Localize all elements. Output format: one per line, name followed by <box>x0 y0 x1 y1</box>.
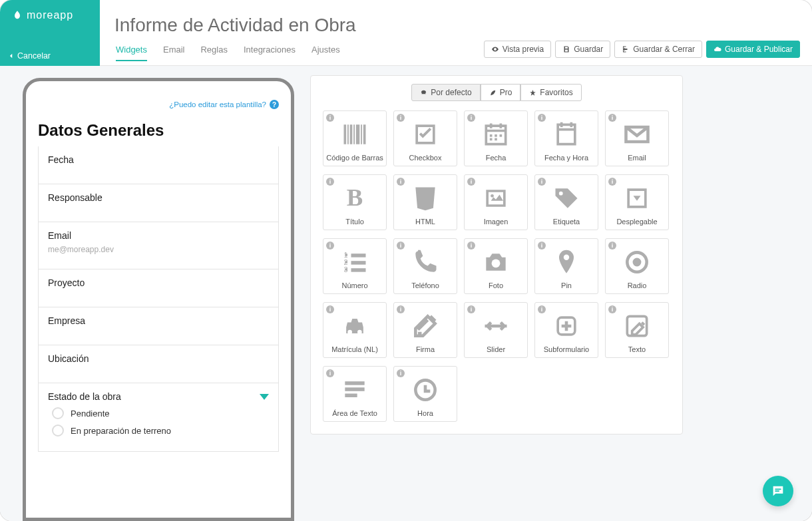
info-icon[interactable]: i <box>538 242 546 250</box>
svg-point-17 <box>633 258 642 267</box>
dropdown-icon <box>622 179 652 218</box>
field-email[interactable]: Emailme@moreapp.dev <box>38 222 279 269</box>
info-icon[interactable]: i <box>538 305 546 313</box>
tab-email[interactable]: Email <box>163 45 185 61</box>
email-icon <box>622 115 652 154</box>
widget-date[interactable]: iFecha <box>464 110 528 166</box>
info-icon[interactable]: i <box>397 242 405 250</box>
info-icon[interactable]: i <box>326 369 334 377</box>
widget-html[interactable]: iHTML <box>393 174 457 230</box>
widget-label: HTML <box>415 218 435 226</box>
tab-rules[interactable]: Reglas <box>200 45 227 61</box>
svg-point-7 <box>559 192 563 196</box>
info-icon[interactable]: i <box>326 305 334 313</box>
checkbox-icon <box>411 115 440 154</box>
widget-number[interactable]: i123Número <box>323 238 387 294</box>
svg-rect-13 <box>351 268 366 272</box>
widget-label: Pin <box>561 281 572 289</box>
cancel-button[interactable]: Cancelar <box>8 51 51 61</box>
signature-icon <box>411 307 440 345</box>
widget-tab-favorites[interactable]: Favoritos <box>520 84 581 101</box>
info-icon[interactable]: i <box>397 114 405 122</box>
info-icon[interactable]: i <box>467 305 475 313</box>
time-icon <box>411 371 440 409</box>
widget-label: Teléfono <box>411 281 439 289</box>
widget-barcode[interactable]: iCódigo de Barras <box>323 110 387 166</box>
info-icon[interactable]: i <box>608 114 616 122</box>
save-close-button[interactable]: Guardar & Cerrar <box>614 41 702 58</box>
info-icon[interactable]: i <box>608 178 616 186</box>
info-icon[interactable]: i <box>326 114 334 122</box>
widget-label[interactable]: iEtiqueta <box>534 174 598 230</box>
widget-dropdown[interactable]: iDesplegable <box>605 174 669 230</box>
section-title: Datos Generales <box>38 121 279 140</box>
info-icon[interactable]: i <box>467 242 475 250</box>
field-fecha[interactable]: Fecha <box>38 146 279 184</box>
info-icon[interactable]: i <box>397 178 405 186</box>
widget-textarea[interactable]: iÁrea de Texto <box>323 366 387 422</box>
preview-button[interactable]: Vista previa <box>484 41 551 58</box>
subform-icon <box>552 307 581 345</box>
field-empresa[interactable]: Empresa <box>38 307 279 345</box>
widget-photo[interactable]: iFoto <box>464 238 528 294</box>
save-publish-button[interactable]: Guardar & Publicar <box>706 41 800 58</box>
widget-text[interactable]: iTexto <box>605 302 669 358</box>
barcode-icon <box>340 115 369 154</box>
info-icon[interactable]: i <box>608 242 616 250</box>
widget-tab-pro[interactable]: Pro <box>481 84 521 101</box>
brand-logo: moreapp <box>0 0 100 21</box>
info-icon[interactable]: i <box>397 305 405 313</box>
tab-widgets[interactable]: Widgets <box>116 45 147 61</box>
widget-datetime[interactable]: iFecha y Hora <box>534 110 598 166</box>
exit-icon <box>622 45 630 53</box>
info-icon[interactable]: i <box>608 305 616 313</box>
chat-fab[interactable] <box>763 476 793 506</box>
info-icon[interactable]: i <box>397 369 405 377</box>
widget-title[interactable]: iBTítulo <box>323 174 387 230</box>
widget-radio[interactable]: iRadio <box>605 238 669 294</box>
field-proyecto[interactable]: Proyecto <box>38 269 279 307</box>
widget-slider[interactable]: iSlider <box>464 302 528 358</box>
svg-text:3: 3 <box>344 265 348 273</box>
radio-option-pendiente[interactable]: Pendiente <box>48 402 269 419</box>
widget-plate[interactable]: iMatrícula (NL) <box>323 302 387 358</box>
field-responsable[interactable]: Responsable <box>38 184 279 222</box>
info-icon[interactable]: i <box>326 178 334 186</box>
widget-subform[interactable]: iSubformulario <box>534 302 598 358</box>
image-icon <box>481 179 510 218</box>
info-icon[interactable]: i <box>467 114 475 122</box>
title-icon: B <box>340 179 369 218</box>
widget-pin[interactable]: iPin <box>534 238 598 294</box>
svg-rect-4 <box>495 138 497 140</box>
radio-icon <box>52 407 64 419</box>
widget-signature[interactable]: iFirma <box>393 302 457 358</box>
widget-tab-default[interactable]: Por defecto <box>411 84 480 101</box>
svg-rect-24 <box>345 393 357 397</box>
chevron-down-icon <box>260 394 269 400</box>
info-icon[interactable]: i <box>467 178 475 186</box>
info-icon[interactable]: i <box>538 114 546 122</box>
info-icon[interactable]: i <box>538 178 546 186</box>
field-estado[interactable]: Estado de la obra Pendiente En preparaci… <box>38 383 279 452</box>
save-button[interactable]: Guardar <box>555 41 610 58</box>
tab-integrations[interactable]: Integraciones <box>244 45 296 61</box>
radio-icon <box>622 243 652 281</box>
widget-email[interactable]: iEmail <box>605 110 669 166</box>
radio-option-preparacion[interactable]: En preparación de terreno <box>48 419 269 436</box>
slider-icon <box>481 307 510 345</box>
tab-settings[interactable]: Ajustes <box>311 45 340 61</box>
widget-panel: Por defecto Pro Favoritos iCódigo de Bar… <box>310 75 683 434</box>
svg-rect-0 <box>490 134 493 137</box>
textarea-icon <box>340 371 369 409</box>
widget-image[interactable]: iImagen <box>464 174 528 230</box>
svg-point-14 <box>492 259 501 267</box>
field-ubicacion[interactable]: Ubicación <box>38 345 279 383</box>
widget-checkbox[interactable]: iCheckbox <box>393 110 457 166</box>
page-title: Informe de Actividad en Obra <box>114 15 812 36</box>
info-icon[interactable]: i <box>326 242 334 250</box>
radio-icon <box>52 425 64 436</box>
help-link[interactable]: ¿Puedo editar esta plantilla? ? <box>38 100 279 109</box>
cloud-icon <box>713 45 721 53</box>
widget-phone[interactable]: iTeléfono <box>393 238 457 294</box>
widget-time[interactable]: iHora <box>393 366 457 422</box>
